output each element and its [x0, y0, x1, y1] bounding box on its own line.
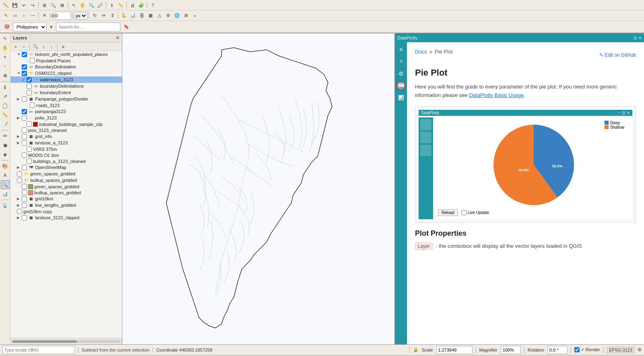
pan-tool-btn[interactable]: ✋: [1, 43, 10, 52]
layer-checkbox[interactable]: [27, 90, 32, 95]
zoom-layer-icon[interactable]: 🔍: [49, 1, 57, 9]
layer-checkbox[interactable]: [27, 146, 32, 152]
location-select[interactable]: Philippines: [13, 23, 47, 31]
identify-btn[interactable]: ℹ: [1, 83, 10, 92]
select-tool-icon[interactable]: ↖: [2, 12, 10, 20]
layer-checkbox[interactable]: [30, 103, 35, 108]
layer-checkbox[interactable]: [30, 58, 35, 63]
layer-checkbox[interactable]: [22, 52, 27, 57]
layer-checkbox[interactable]: [22, 184, 27, 189]
layer-checkbox[interactable]: [22, 196, 27, 202]
nnnn-icon[interactable]: ▪: [191, 12, 199, 20]
annotation-btn[interactable]: 📝: [1, 120, 10, 129]
expand-icon[interactable]: ▼: [17, 52, 22, 56]
layer-checkbox[interactable]: [22, 152, 27, 158]
list-item[interactable]: ▶ ▦ grid_info: [10, 133, 122, 140]
pan-icon[interactable]: ✋: [78, 1, 87, 9]
flip-h-icon[interactable]: ⇔: [99, 12, 107, 20]
list-item[interactable]: ▶ roads_3123: [10, 102, 122, 108]
dp-basic-usage-link[interactable]: DataPlotly Basic Usage: [469, 92, 524, 98]
measure-icon[interactable]: 📏: [117, 1, 125, 9]
expand-icon5[interactable]: ▶: [17, 141, 22, 145]
dp-settings-icon[interactable]: ⚙: [396, 69, 406, 78]
dp-docs-link[interactable]: Docs: [415, 49, 427, 55]
undo-icon[interactable]: ↩: [20, 1, 28, 9]
list-item[interactable]: ▶ ▦ Pampanga_polygonDivider: [10, 96, 122, 102]
form-btn[interactable]: 📋: [1, 101, 10, 110]
list-item[interactable]: ▶ green_spaces_gridded: [10, 183, 122, 189]
expand-icon[interactable]: ▼: [17, 71, 22, 75]
layer-checkbox[interactable]: [22, 128, 27, 133]
web-icon[interactable]: 🌐: [173, 12, 181, 20]
list-item[interactable]: ▶ 📁 green_spaces_gridded: [10, 171, 122, 177]
select-circle-icon[interactable]: ○: [20, 12, 28, 20]
processing-icon[interactable]: ⚙: [164, 12, 172, 20]
layer-checkbox[interactable]: [27, 77, 32, 82]
list-item[interactable]: ▶ ▭ BoundaryDelineation: [10, 64, 122, 70]
dp-live-update-checkbox[interactable]: [461, 210, 466, 215]
label-btn[interactable]: A: [1, 171, 10, 180]
list-item[interactable]: ▶ · pofw_3123: [10, 115, 122, 121]
select-feature-btn[interactable]: ↗: [1, 92, 10, 101]
vertex-btn[interactable]: ◈: [1, 150, 10, 159]
layer-checkbox[interactable]: [22, 134, 27, 139]
list-item[interactable]: ▼ 📁 hotosm_phi_north_populated_places: [10, 51, 122, 58]
list-item[interactable]: ▶ ▦ landuse_a_3123: [10, 140, 122, 146]
python-icon[interactable]: 🐍: [120, 12, 128, 20]
locate-icon[interactable]: 🎯: [3, 23, 11, 31]
measure-btn[interactable]: 📏: [1, 111, 10, 119]
mesh-icon[interactable]: ⊞: [182, 12, 190, 20]
status-render-checkbox[interactable]: [574, 347, 580, 352]
expand-icon6[interactable]: ▶: [17, 165, 22, 169]
select-rect-icon[interactable]: ▭: [11, 12, 19, 20]
flip-v-icon[interactable]: ⇕: [108, 12, 116, 20]
layer-checkbox[interactable]: [22, 215, 27, 220]
layer-checkbox[interactable]: [22, 165, 27, 170]
layers-close-btn[interactable]: ✕: [116, 35, 120, 41]
dp-preview-float[interactable]: ⊡: [622, 111, 625, 115]
collapse-all-btn[interactable]: ↓: [48, 43, 55, 50]
list-item[interactable]: ▶ · Populated Places: [10, 58, 122, 64]
list-item[interactable]: ▶ ▭ boundaryExtent: [10, 89, 122, 96]
locate-input[interactable]: [2, 346, 75, 354]
status-rotation-input[interactable]: [547, 346, 568, 354]
status-lock-icon[interactable]: 🔒: [413, 347, 419, 352]
expand-icon4[interactable]: ▶: [17, 134, 22, 138]
layer-checkbox[interactable]: [27, 84, 32, 89]
select-tool-btn[interactable]: ↖: [1, 34, 10, 43]
list-item[interactable]: ▶ MODIS C6 1km: [10, 152, 122, 158]
list-item[interactable]: ▶ 🗺 OpenStreetMap: [10, 164, 122, 171]
status-magnifier-input[interactable]: [501, 346, 521, 354]
layer-checkbox[interactable]: [17, 171, 22, 177]
dp-close-btn[interactable]: ✕: [638, 36, 642, 40]
list-item[interactable]: ▶ grid10km copy: [10, 208, 122, 214]
list-item[interactable]: ▼ 📁 OSM3123_clipped: [10, 70, 122, 76]
list-item[interactable]: ▶ ▭ pampanga3123: [10, 108, 122, 115]
dp-chart-icon[interactable]: 📊: [396, 93, 406, 103]
zoom-out-icon[interactable]: 🔎: [96, 1, 104, 9]
layer-checkbox[interactable]: [17, 178, 22, 183]
deselect-icon[interactable]: ✕: [40, 12, 48, 20]
dp-preview-minus[interactable]: −: [618, 111, 620, 115]
layer-checkbox[interactable]: [22, 115, 27, 121]
gps-btn[interactable]: 📡: [1, 201, 10, 210]
list-item[interactable]: ▶ 📁 builtup_spaces_gridded: [10, 177, 122, 183]
filter-btn[interactable]: 🔍: [1, 180, 10, 189]
vector-icon[interactable]: △: [155, 12, 163, 20]
help-icon[interactable]: ?: [149, 1, 157, 9]
zoom-in-icon[interactable]: 🔍: [87, 1, 95, 9]
dp-edit-github-link[interactable]: ✎ Edit on GitHub: [599, 52, 636, 58]
layer-order-btn[interactable]: ≡: [60, 43, 66, 50]
layer-checkbox[interactable]: [27, 158, 32, 164]
list-item[interactable]: ✓ ━ waterways_3123: [10, 76, 122, 83]
redo-icon[interactable]: ↪: [29, 1, 37, 9]
layer-checkbox[interactable]: [22, 109, 27, 114]
expand-icon8[interactable]: ▶: [17, 203, 22, 207]
expand-icon3[interactable]: ▶: [17, 116, 22, 120]
print-icon[interactable]: 🖨: [128, 1, 136, 9]
db-icon[interactable]: 🗄: [138, 12, 146, 20]
bookmark-icon[interactable]: 🔖: [122, 23, 130, 31]
layer-checkbox[interactable]: [22, 97, 27, 102]
pencil-icon[interactable]: ✏️: [2, 1, 10, 9]
stats-icon[interactable]: 📊: [129, 12, 137, 20]
